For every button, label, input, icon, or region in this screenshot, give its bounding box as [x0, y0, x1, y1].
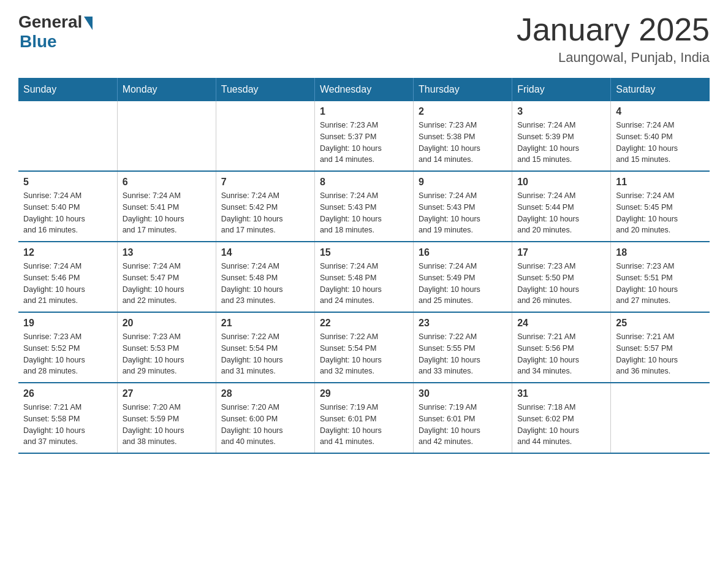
calendar-day-cell: 3Sunrise: 7:24 AM Sunset: 5:39 PM Daylig… [512, 101, 611, 171]
calendar-day-cell: 10Sunrise: 7:24 AM Sunset: 5:44 PM Dayli… [512, 171, 611, 242]
calendar-day-cell: 6Sunrise: 7:24 AM Sunset: 5:41 PM Daylig… [117, 171, 216, 242]
calendar-day-cell: 13Sunrise: 7:24 AM Sunset: 5:47 PM Dayli… [117, 242, 216, 312]
calendar-day-header: Sunday [18, 78, 117, 101]
title-section: January 2025 Laungowal, Punjab, India [517, 12, 710, 66]
day-number: 19 [23, 318, 112, 329]
day-info: Sunrise: 7:24 AM Sunset: 5:40 PM Dayligh… [23, 190, 112, 236]
day-number: 21 [221, 318, 309, 329]
day-info: Sunrise: 7:20 AM Sunset: 6:00 PM Dayligh… [221, 402, 309, 448]
day-number: 24 [517, 318, 605, 329]
calendar-day-cell: 26Sunrise: 7:21 AM Sunset: 5:58 PM Dayli… [18, 383, 117, 453]
day-number: 20 [123, 318, 211, 329]
calendar-day-cell [18, 101, 117, 171]
calendar-day-header: Monday [117, 78, 216, 101]
day-info: Sunrise: 7:24 AM Sunset: 5:48 PM Dayligh… [320, 261, 408, 307]
location-subtitle: Laungowal, Punjab, India [517, 50, 710, 66]
day-number: 9 [419, 177, 507, 188]
calendar-day-cell: 2Sunrise: 7:23 AM Sunset: 5:38 PM Daylig… [414, 101, 512, 171]
calendar-day-cell: 30Sunrise: 7:19 AM Sunset: 6:01 PM Dayli… [414, 383, 512, 453]
day-number: 31 [517, 388, 605, 399]
day-info: Sunrise: 7:22 AM Sunset: 5:54 PM Dayligh… [320, 331, 408, 377]
calendar-day-header: Thursday [414, 78, 512, 101]
month-year-title: January 2025 [517, 12, 710, 47]
day-info: Sunrise: 7:24 AM Sunset: 5:47 PM Dayligh… [123, 261, 211, 307]
calendar-header-row: SundayMondayTuesdayWednesdayThursdayFrid… [18, 78, 710, 101]
day-number: 16 [419, 247, 507, 258]
calendar-day-cell: 8Sunrise: 7:24 AM Sunset: 5:43 PM Daylig… [314, 171, 413, 242]
day-number: 5 [23, 177, 112, 188]
day-info: Sunrise: 7:24 AM Sunset: 5:46 PM Dayligh… [23, 261, 112, 307]
day-number: 4 [616, 106, 705, 117]
day-info: Sunrise: 7:21 AM Sunset: 5:58 PM Dayligh… [23, 402, 112, 448]
calendar-day-cell: 18Sunrise: 7:23 AM Sunset: 5:51 PM Dayli… [611, 242, 710, 312]
calendar-week-row: 12Sunrise: 7:24 AM Sunset: 5:46 PM Dayli… [18, 242, 710, 312]
calendar-day-cell: 15Sunrise: 7:24 AM Sunset: 5:48 PM Dayli… [314, 242, 413, 312]
calendar-day-cell [216, 101, 314, 171]
page-header: General Blue January 2025 Laungowal, Pun… [18, 12, 710, 66]
calendar-day-cell: 11Sunrise: 7:24 AM Sunset: 5:45 PM Dayli… [611, 171, 710, 242]
day-number: 23 [419, 318, 507, 329]
calendar-day-cell: 20Sunrise: 7:23 AM Sunset: 5:53 PM Dayli… [117, 312, 216, 383]
day-info: Sunrise: 7:19 AM Sunset: 6:01 PM Dayligh… [419, 402, 507, 448]
day-info: Sunrise: 7:24 AM Sunset: 5:39 PM Dayligh… [517, 120, 605, 166]
day-info: Sunrise: 7:23 AM Sunset: 5:37 PM Dayligh… [320, 120, 408, 166]
day-number: 27 [123, 388, 211, 399]
day-info: Sunrise: 7:18 AM Sunset: 6:02 PM Dayligh… [517, 402, 605, 448]
day-info: Sunrise: 7:24 AM Sunset: 5:42 PM Dayligh… [221, 190, 309, 236]
day-number: 30 [419, 388, 507, 399]
day-info: Sunrise: 7:22 AM Sunset: 5:55 PM Dayligh… [419, 331, 507, 377]
calendar-day-cell: 1Sunrise: 7:23 AM Sunset: 5:37 PM Daylig… [314, 101, 413, 171]
logo-triangle-icon [84, 17, 93, 30]
day-info: Sunrise: 7:24 AM Sunset: 5:49 PM Dayligh… [419, 261, 507, 307]
calendar-day-cell: 28Sunrise: 7:20 AM Sunset: 6:00 PM Dayli… [216, 383, 314, 453]
calendar-day-cell: 5Sunrise: 7:24 AM Sunset: 5:40 PM Daylig… [18, 171, 117, 242]
day-number: 12 [23, 247, 112, 258]
calendar-day-cell: 17Sunrise: 7:23 AM Sunset: 5:50 PM Dayli… [512, 242, 611, 312]
calendar-day-cell: 16Sunrise: 7:24 AM Sunset: 5:49 PM Dayli… [414, 242, 512, 312]
calendar-day-cell: 9Sunrise: 7:24 AM Sunset: 5:43 PM Daylig… [414, 171, 512, 242]
day-number: 26 [23, 388, 112, 399]
calendar-day-cell: 25Sunrise: 7:21 AM Sunset: 5:57 PM Dayli… [611, 312, 710, 383]
day-info: Sunrise: 7:24 AM Sunset: 5:40 PM Dayligh… [616, 120, 705, 166]
calendar-day-cell [611, 383, 710, 453]
calendar-day-cell: 7Sunrise: 7:24 AM Sunset: 5:42 PM Daylig… [216, 171, 314, 242]
logo-blue-text: Blue [20, 32, 93, 52]
calendar-day-cell: 27Sunrise: 7:20 AM Sunset: 5:59 PM Dayli… [117, 383, 216, 453]
day-info: Sunrise: 7:24 AM Sunset: 5:45 PM Dayligh… [616, 190, 705, 236]
day-number: 6 [123, 177, 211, 188]
day-info: Sunrise: 7:19 AM Sunset: 6:01 PM Dayligh… [320, 402, 408, 448]
day-number: 3 [517, 106, 605, 117]
day-number: 13 [123, 247, 211, 258]
day-info: Sunrise: 7:21 AM Sunset: 5:56 PM Dayligh… [517, 331, 605, 377]
day-number: 18 [616, 247, 705, 258]
day-info: Sunrise: 7:24 AM Sunset: 5:43 PM Dayligh… [419, 190, 507, 236]
calendar-week-row: 5Sunrise: 7:24 AM Sunset: 5:40 PM Daylig… [18, 171, 710, 242]
calendar-day-cell [117, 101, 216, 171]
calendar-day-cell: 19Sunrise: 7:23 AM Sunset: 5:52 PM Dayli… [18, 312, 117, 383]
day-info: Sunrise: 7:24 AM Sunset: 5:41 PM Dayligh… [123, 190, 211, 236]
logo: General Blue [18, 12, 93, 52]
day-number: 25 [616, 318, 705, 329]
calendar-day-cell: 24Sunrise: 7:21 AM Sunset: 5:56 PM Dayli… [512, 312, 611, 383]
day-info: Sunrise: 7:23 AM Sunset: 5:53 PM Dayligh… [123, 331, 211, 377]
day-info: Sunrise: 7:23 AM Sunset: 5:50 PM Dayligh… [517, 261, 605, 307]
day-number: 10 [517, 177, 605, 188]
calendar-day-cell: 31Sunrise: 7:18 AM Sunset: 6:02 PM Dayli… [512, 383, 611, 453]
day-number: 29 [320, 388, 408, 399]
day-info: Sunrise: 7:22 AM Sunset: 5:54 PM Dayligh… [221, 331, 309, 377]
calendar-day-header: Tuesday [216, 78, 314, 101]
day-info: Sunrise: 7:23 AM Sunset: 5:51 PM Dayligh… [616, 261, 705, 307]
day-info: Sunrise: 7:24 AM Sunset: 5:43 PM Dayligh… [320, 190, 408, 236]
day-number: 17 [517, 247, 605, 258]
day-info: Sunrise: 7:23 AM Sunset: 5:52 PM Dayligh… [23, 331, 112, 377]
calendar-week-row: 26Sunrise: 7:21 AM Sunset: 5:58 PM Dayli… [18, 383, 710, 453]
calendar-day-cell: 23Sunrise: 7:22 AM Sunset: 5:55 PM Dayli… [414, 312, 512, 383]
calendar-day-cell: 14Sunrise: 7:24 AM Sunset: 5:48 PM Dayli… [216, 242, 314, 312]
calendar-table: SundayMondayTuesdayWednesdayThursdayFrid… [18, 78, 710, 454]
day-number: 8 [320, 177, 408, 188]
calendar-day-header: Wednesday [314, 78, 413, 101]
calendar-day-header: Saturday [611, 78, 710, 101]
day-info: Sunrise: 7:21 AM Sunset: 5:57 PM Dayligh… [616, 331, 705, 377]
day-number: 15 [320, 247, 408, 258]
calendar-day-cell: 21Sunrise: 7:22 AM Sunset: 5:54 PM Dayli… [216, 312, 314, 383]
